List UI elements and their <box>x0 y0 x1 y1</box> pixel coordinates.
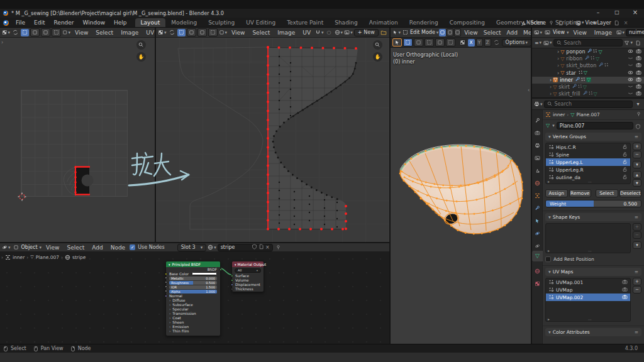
pivot-icon[interactable]: ▾ <box>62 29 70 36</box>
uv-map-row[interactable]: UVMap.001 <box>546 278 630 286</box>
material-name-field[interactable]: stripe × <box>218 244 273 251</box>
pivot-icon[interactable]: ▾ <box>219 29 228 36</box>
uv-select-vertex-icon[interactable] <box>21 29 29 36</box>
section-sheen[interactable]: ›Sheen <box>166 320 220 324</box>
tab-object-icon[interactable] <box>535 189 540 201</box>
menu-render[interactable]: Render <box>50 19 79 26</box>
remove-shape-key-button[interactable]: − <box>633 231 641 239</box>
assign-button[interactable]: Assign <box>545 189 568 197</box>
new-viewlayer-icon[interactable] <box>613 19 621 26</box>
select-button[interactable]: Select <box>596 189 618 197</box>
viewlayer-icon[interactable]: ▾ <box>575 19 584 26</box>
hide-eye-icon[interactable] <box>628 55 633 62</box>
tab-data-icon[interactable]: ▽ <box>532 251 543 261</box>
uv-left-menu-view[interactable]: View <box>72 30 91 36</box>
color-attributes-panel-header[interactable]: ▾Color Attributes ≡ <box>545 328 641 336</box>
uv-map-row[interactable]: UVMap <box>546 286 630 293</box>
camera-visibility-icon[interactable] <box>636 84 641 90</box>
remove-vertex-group-button[interactable]: − <box>633 151 641 158</box>
editor-type-icon[interactable]: ▾ <box>158 29 167 36</box>
ior-slider[interactable]: IOR1.500 <box>169 285 217 289</box>
move-up-button[interactable]: ▲ <box>633 171 641 178</box>
scene-name[interactable]: Scene <box>531 20 546 26</box>
hide-eye-icon[interactable] <box>628 48 633 55</box>
tab-particles-icon[interactable] <box>535 239 540 251</box>
uv-main-menu-select[interactable]: Select <box>249 30 273 36</box>
tab-physics-icon[interactable] <box>535 227 540 239</box>
tab-viewlayer-icon[interactable] <box>535 151 540 163</box>
mesh-name-field[interactable]: Plane.007 <box>557 122 633 129</box>
properties-search-input[interactable]: Search <box>544 101 633 108</box>
tab-modifiers-icon[interactable] <box>535 202 540 214</box>
camera-visibility-icon[interactable] <box>636 90 641 97</box>
minimize-button[interactable]: – <box>590 9 606 16</box>
image-datablock-icon[interactable]: ▾ <box>616 29 625 36</box>
vertex-group-specials-button[interactable]: ▾ <box>633 161 641 168</box>
select-tool-4-icon[interactable] <box>435 38 445 47</box>
uv-select-face-icon[interactable] <box>41 28 50 36</box>
uv-sync-icon[interactable] <box>168 29 176 36</box>
workspace-tab-rendering[interactable]: Rendering <box>404 18 444 27</box>
hide-eye-icon[interactable] <box>628 70 633 77</box>
section-transmission[interactable]: ›Transmission <box>166 311 220 315</box>
section-emission[interactable]: ›Emission <box>166 324 220 329</box>
section-diffuse[interactable]: ›Diffuse <box>166 298 220 302</box>
node-material-output[interactable]: ▾Material Output All▾ Surface Volume Dis… <box>231 261 264 292</box>
mode-icon[interactable] <box>401 29 409 36</box>
workspace-tab-texture-paint[interactable]: Texture Paint <box>281 18 329 27</box>
mirror-y-button[interactable]: Y <box>476 38 483 47</box>
pan-widget-icon[interactable]: ✋ <box>373 52 382 62</box>
list-disclosure-icon[interactable]: ▸ <box>548 248 550 253</box>
tab-material-icon[interactable] <box>535 265 540 277</box>
render-camera-icon[interactable] <box>622 287 628 293</box>
workspace-tab-uv-editing[interactable]: UV Editing <box>240 18 281 27</box>
outliner-row-skirt-button[interactable]: ›▽ skirt_button <box>532 62 644 69</box>
select-tool-5-icon[interactable] <box>446 38 455 47</box>
shape-keys-list[interactable]: ▸ ··· <box>545 223 631 253</box>
menu-file[interactable]: File <box>11 19 30 26</box>
uv-main-menu-uv[interactable]: UV <box>299 30 314 36</box>
image-menu-image[interactable]: Image <box>591 30 615 36</box>
section-subsurface[interactable]: ›Subsurface <box>166 302 220 307</box>
pin-icon[interactable] <box>274 244 282 251</box>
image-name-field[interactable]: nuime5_2 <box>626 29 644 36</box>
unlink-scene-icon[interactable]: × <box>566 19 574 26</box>
workspace-tab-compositing[interactable]: Compositing <box>444 18 491 27</box>
outliner-row-inner[interactable]: › ▽ inner ▽ <box>532 77 644 84</box>
shape-key-specials-button[interactable]: ▾ <box>633 241 641 249</box>
metallic-slider[interactable]: Metallic0.000 <box>169 277 217 280</box>
tab-tool-icon[interactable] <box>535 114 540 126</box>
mirror-z-button[interactable]: Z <box>484 38 491 47</box>
zoom-widget-icon[interactable] <box>373 40 382 50</box>
uv-sync-icon[interactable] <box>11 29 19 36</box>
list-disclosure-icon[interactable]: ▸ <box>548 317 550 321</box>
deselect-button[interactable]: Deselect <box>619 189 642 197</box>
editor-type-icon[interactable]: ▾ <box>2 244 11 251</box>
uv-left-menu-select[interactable]: Select <box>92 30 116 36</box>
uv-select-edge-icon[interactable] <box>187 28 196 36</box>
weight-slider[interactable]: Weight 0.500 <box>545 200 641 207</box>
select-mode-vertex-icon[interactable] <box>439 29 446 36</box>
outliner-search-input[interactable]: Search <box>553 39 623 47</box>
remove-button[interactable]: Remove <box>569 189 592 197</box>
add-uv-map-button[interactable]: + <box>633 278 641 285</box>
unlink-material-icon[interactable]: × <box>265 244 270 250</box>
alpha-slider[interactable]: Alpha1.000 <box>169 290 217 293</box>
editor-type-icon[interactable]: ▾ <box>534 29 542 36</box>
section-specular[interactable]: ›Specular <box>166 307 220 311</box>
scene-icon[interactable]: ▾ <box>521 19 530 26</box>
vertex-group-row-selected[interactable]: UpperLeg.L <box>546 158 630 166</box>
select-tool-2-icon[interactable] <box>414 38 423 47</box>
section-coat[interactable]: ›Coat <box>166 315 220 320</box>
pin-id-icon[interactable] <box>636 111 641 118</box>
list-resize-grip[interactable]: ··· <box>588 317 592 322</box>
use-nodes-checkbox[interactable]: ✓ <box>130 244 135 250</box>
move-down-button[interactable]: ▼ <box>633 179 641 187</box>
camera-visibility-icon[interactable] <box>636 77 641 84</box>
shader-menu-select[interactable]: Select <box>64 244 87 251</box>
outliner-row-ponpon[interactable]: ›▽ ponpon ▽ <box>532 48 644 55</box>
camera-visibility-icon[interactable] <box>636 62 641 69</box>
shader-menu-node[interactable]: Node <box>108 244 129 251</box>
mirror-x-button[interactable]: X <box>468 39 475 47</box>
roughness-slider[interactable]: Roughness0.500 <box>169 281 217 285</box>
